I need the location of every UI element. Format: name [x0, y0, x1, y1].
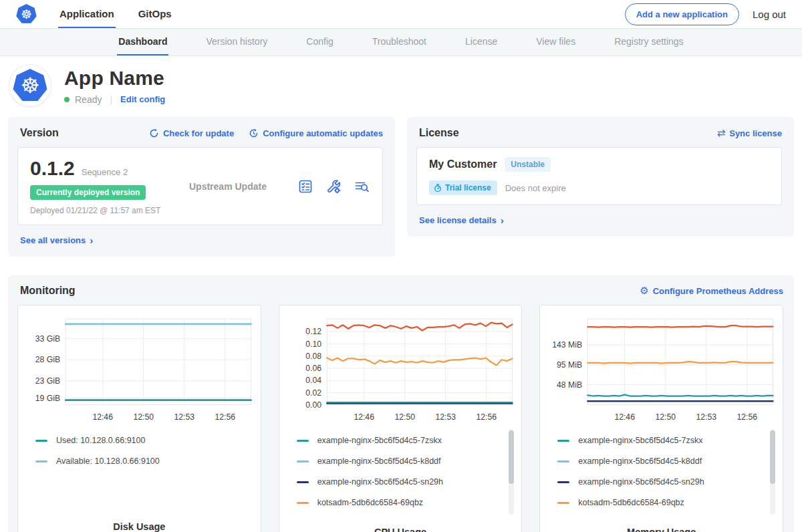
auto-update-clock-icon — [249, 128, 259, 138]
legend-color-dash — [557, 481, 569, 483]
svg-text:0.02: 0.02 — [305, 388, 321, 398]
license-type-badge: Trial license — [429, 180, 497, 195]
tab-gitops[interactable]: GitOps — [137, 0, 173, 28]
configure-automatic-updates-link[interactable]: Configure automatic updates — [249, 128, 383, 138]
svg-text:12:53: 12:53 — [435, 412, 456, 422]
legend-item: example-nginx-5bc6f5d4c5-k8ddf — [297, 456, 505, 466]
tab-version-history[interactable]: Version history — [205, 29, 269, 55]
currently-deployed-badge: Currently deployed version — [30, 185, 146, 200]
refresh-icon — [149, 128, 159, 138]
legend-label: Used: 10.128.0.66:9100 — [56, 436, 145, 445]
see-license-details-row: See license details › — [416, 214, 782, 226]
svg-text:95 MiB: 95 MiB — [557, 360, 582, 370]
tab-registry-settings[interactable]: Registry settings — [613, 29, 684, 55]
preflight-checks-icon[interactable] — [297, 178, 314, 195]
disk-usage-legend: Used: 10.128.0.66:9100Available: 10.128.… — [23, 428, 255, 513]
deploy-logs-icon[interactable] — [353, 178, 370, 195]
legend-item: Used: 10.128.0.66:9100 — [35, 436, 243, 445]
chart-title: CPU Usage — [285, 527, 517, 532]
svg-text:12:50: 12:50 — [394, 412, 415, 422]
tab-dashboard[interactable]: Dashboard — [117, 29, 168, 55]
stopwatch-icon — [434, 184, 442, 192]
svg-text:0.08: 0.08 — [305, 352, 321, 361]
current-version-card: 0.1.2 Sequence 2 Currently deployed vers… — [17, 147, 383, 225]
legend-item: example-nginx-5bc6f5d4c5-k8ddf — [557, 456, 765, 466]
svg-text:143 MiB: 143 MiB — [553, 340, 583, 350]
svg-text:12:46: 12:46 — [354, 412, 374, 422]
legend-item: example-nginx-5bc6f5d4c5-sn29h — [557, 477, 765, 487]
status-dot — [64, 97, 70, 102]
app-status-row: Ready | Edit config — [64, 94, 165, 105]
topbar-actions: Add a new application Log out — [625, 0, 786, 28]
svg-text:28 GiB: 28 GiB — [35, 355, 60, 364]
version-sequence: Sequence 2 — [82, 167, 128, 177]
app-header-text: App Name Ready | Edit config — [64, 67, 165, 105]
svg-text:0.12: 0.12 — [305, 327, 321, 336]
cpu-usage-chart: 0.120.100.080.060.040.020.0012:4612:5012… — [285, 312, 517, 428]
see-all-versions-link[interactable]: See all versions › — [20, 235, 93, 246]
svg-text:12:53: 12:53 — [174, 412, 194, 422]
tab-troubleshoot[interactable]: Troubleshoot — [371, 29, 428, 55]
monitoring-title: Monitoring — [20, 285, 76, 297]
svg-text:12:46: 12:46 — [615, 412, 636, 422]
status-text: Ready — [75, 94, 102, 105]
channel-badge: Unstable — [505, 157, 551, 172]
cpu-usage-chart-card: 0.120.100.080.060.040.020.0012:4612:5012… — [279, 305, 523, 532]
chart-title: Memory Usage — [545, 527, 777, 532]
legend-label: example-nginx-5bc6f5d4c5-7zskx — [317, 436, 442, 445]
legend-item: kotsadm-5db6dc6584-69qbz — [557, 498, 765, 507]
tab-application[interactable]: Application — [58, 0, 116, 28]
legend-scrollbar-thumb[interactable] — [770, 430, 775, 483]
tab-config[interactable]: Config — [305, 29, 334, 55]
chart-title: Disk Usage — [23, 521, 255, 532]
legend-item: kotsadm-5db6dc6584-69qbz — [297, 498, 505, 507]
svg-text:12:50: 12:50 — [656, 412, 676, 422]
version-panel: Version Check for update Configure autom… — [8, 117, 395, 257]
legend-label: example-nginx-5bc6f5d4c5-sn29h — [317, 477, 443, 487]
divider: | — [110, 94, 112, 105]
legend-color-dash — [557, 440, 569, 442]
legend-label: Available: 10.128.0.66:9100 — [56, 456, 160, 466]
memory-usage-chart: 143 MiB95 MiB48 MiB12:4612:5012:5312:56 — [545, 312, 777, 428]
legend-color-dash — [297, 460, 309, 462]
svg-text:12:56: 12:56 — [737, 412, 758, 422]
see-license-details-link[interactable]: See license details › — [419, 215, 504, 226]
license-details-card: My Customer Unstable Trial license Does … — [416, 147, 782, 205]
svg-text:0.06: 0.06 — [305, 364, 321, 373]
svg-text:0.10: 0.10 — [305, 340, 321, 349]
config-wrench-icon[interactable] — [325, 178, 342, 195]
svg-text:33 GiB: 33 GiB — [35, 334, 60, 344]
sync-icon: ⇄ — [717, 127, 726, 139]
legend-scrollbar-thumb[interactable] — [509, 430, 514, 483]
sync-license-link[interactable]: ⇄ Sync license — [717, 127, 782, 139]
legend-item: Available: 10.128.0.66:9100 — [35, 456, 243, 466]
version-number: 0.1.2 — [30, 157, 75, 180]
svg-text:23 GiB: 23 GiB — [35, 376, 60, 386]
legend-scrollbar — [770, 429, 775, 515]
kots-admin-console: ☸ Application GitOps Add a new applicati… — [0, 0, 802, 532]
app-subnav: Dashboard Version history Config Trouble… — [0, 28, 802, 56]
chevron-right-icon: › — [90, 235, 93, 246]
tab-license[interactable]: License — [464, 29, 499, 55]
tab-view-files[interactable]: View files — [535, 29, 577, 55]
edit-config-link[interactable]: Edit config — [120, 94, 165, 104]
brand-logo[interactable]: ☸ — [16, 0, 37, 28]
svg-text:19 GiB: 19 GiB — [35, 394, 60, 403]
add-application-button[interactable]: Add a new application — [625, 3, 739, 25]
page-title: App Name — [64, 67, 165, 90]
license-expiry: Does not expire — [505, 183, 566, 193]
main-content: Version Check for update Configure autom… — [0, 117, 802, 532]
legend-label: example-nginx-5bc6f5d4c5-k8ddf — [578, 456, 702, 466]
gear-icon: ⚙ — [640, 285, 648, 297]
customer-name: My Customer — [429, 158, 497, 170]
version-source: Upstream Update — [189, 181, 267, 192]
kubernetes-logo-icon: ☸ — [13, 69, 47, 102]
svg-text:0.04: 0.04 — [305, 376, 321, 385]
check-for-update-link[interactable]: Check for update — [149, 128, 234, 138]
memory-usage-legend: example-nginx-5bc6f5d4c5-7zskxexample-ng… — [545, 428, 777, 519]
legend-label: example-nginx-5bc6f5d4c5-sn29h — [578, 477, 704, 487]
disk-usage-chart: 33 GiB28 GiB23 GiB19 GiB12:4612:5012:531… — [23, 312, 255, 428]
configure-prometheus-link[interactable]: ⚙ Configure Prometheus Address — [640, 285, 783, 297]
logout-link[interactable]: Log out — [753, 9, 786, 20]
chevron-right-icon: › — [501, 215, 504, 226]
